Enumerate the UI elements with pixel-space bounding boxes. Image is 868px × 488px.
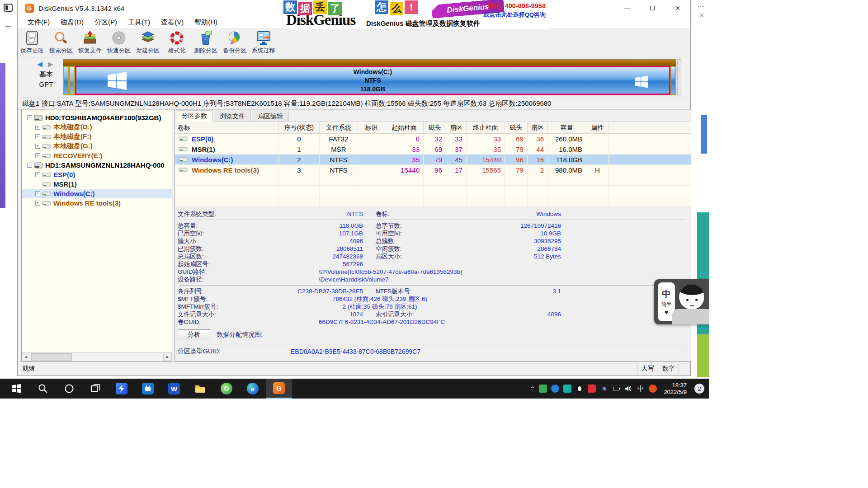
tray-icon-teal[interactable] (563, 385, 571, 393)
toolbar-format-button[interactable]: 格式化 (162, 28, 191, 57)
taskbar-search-button[interactable] (30, 379, 56, 399)
task-view-button[interactable] (82, 379, 108, 399)
table-row-windows-re-tools-3-[interactable]: Windows RE tools(3)3NTFS1544096171556579… (175, 165, 691, 175)
table-row-windows-c-[interactable]: Windows(C:)2NTFS357945154409616118.0GB (175, 155, 691, 165)
menu-item-4[interactable]: 工具(T) (123, 18, 156, 27)
tray-icon-red[interactable] (588, 385, 596, 393)
column-header-6[interactable]: 磁头 (424, 122, 446, 133)
tree-item--g-[interactable]: +本地磁盘(G:) (22, 141, 172, 151)
promo-banner[interactable]: DiskGenius 数据丢了怎么! DiskGenius 致电: 400-00… (282, 0, 547, 29)
scroll-thumb[interactable] (31, 353, 72, 361)
scroll-right-icon[interactable]: ► (163, 353, 172, 361)
collapse-icon[interactable]: - (27, 115, 32, 120)
segment-msr[interactable] (69, 66, 75, 95)
expand-icon[interactable]: + (35, 201, 40, 206)
analyze-button[interactable]: 分析 (178, 329, 210, 340)
tray-ime-mode[interactable]: 中 (637, 385, 645, 393)
volume-name: Windows(C:) (192, 156, 233, 164)
column-header-2[interactable]: 序号(状态) (279, 122, 320, 133)
segment-windows-c[interactable]: Windows(C:) NTFS 118.0GB (75, 66, 670, 95)
column-header-3[interactable]: 文件系统 (320, 122, 358, 133)
tree-item--f-[interactable]: +本地磁盘(F:) (22, 132, 172, 141)
tray-icon-blue[interactable] (551, 385, 559, 393)
expand-icon[interactable]: + (35, 172, 40, 177)
column-header-11[interactable]: 容量 (548, 122, 586, 133)
expand-icon[interactable]: + (35, 191, 40, 196)
menu-item-5[interactable]: 查看(V) (156, 18, 189, 27)
tree-item-hd0-toshibamq04abf100-932gb-[interactable]: -HD0:TOSHIBAMQ04ABF100(932GB) (22, 113, 172, 122)
detail-value: 247482368 (283, 253, 363, 260)
app-edge[interactable]: e (240, 379, 266, 399)
segment-windows-re[interactable] (670, 66, 676, 95)
tree-item-esp-0-[interactable]: +ESP(0) (22, 170, 172, 179)
toolbar-migrate-button[interactable]: 系统迁移 (249, 28, 278, 57)
detail-label: 已用空间: (178, 230, 283, 238)
toolbar-recover-button[interactable]: 恢复文件 (75, 28, 104, 57)
ime-floating-widget[interactable]: 中 简半 ♥ (654, 279, 709, 324)
app-store[interactable] (135, 379, 161, 399)
toolbar-search-button[interactable]: 搜索分区 (47, 28, 75, 57)
tree-item--d-[interactable]: +本地磁盘(D:) (22, 122, 172, 132)
app-word[interactable]: W (161, 379, 187, 399)
scroll-left-icon[interactable]: ◄ (22, 353, 30, 361)
tab-2[interactable]: 浏览文件 (214, 111, 251, 122)
menu-item-6[interactable]: 帮助(H) (189, 18, 223, 27)
tree-item-windows-c-[interactable]: +Windows(C:) (22, 189, 172, 198)
column-header-7[interactable]: 扇区 (446, 122, 467, 133)
tray-icon-orange[interactable] (649, 385, 657, 393)
menu-item-3[interactable]: 分区(P) (89, 18, 123, 27)
app-browser-green[interactable] (213, 379, 240, 399)
collapse-icon[interactable]: - (27, 163, 32, 168)
toolbar-backup-button[interactable]: 备份分区 (220, 28, 249, 57)
tab-3[interactable]: 扇区编辑 (252, 111, 289, 122)
tray-qq-icon[interactable] (576, 385, 584, 393)
column-header-10[interactable]: 扇区 (528, 122, 548, 133)
tree-item-hd1-samsungmznln128hahq-000[interactable]: -HD1:SAMSUNGMZNLN128HAHQ-000 (22, 160, 172, 170)
toolbar-new-button[interactable]: 新建分区 (133, 28, 162, 57)
toolbar-save-button[interactable]: 保存更改 (18, 28, 47, 57)
menu-item-1[interactable]: 文件(F) (22, 18, 55, 27)
tray-snowflake-icon[interactable]: ❄ (600, 385, 608, 393)
tree-horizontal-scrollbar[interactable]: ◄ ► (22, 352, 172, 361)
column-header-1[interactable]: 卷标 (175, 122, 279, 133)
tree-item-msr-1-[interactable]: MSR(1) (22, 179, 172, 189)
app-file-explorer[interactable] (187, 379, 213, 399)
disk-extent-strip[interactable] (63, 60, 676, 66)
cortana-button[interactable] (56, 379, 82, 399)
notification-badge[interactable]: 2 (694, 384, 704, 394)
tab-1[interactable]: 分区参数 (176, 110, 213, 122)
minimize-button[interactable]: — (614, 0, 640, 16)
close-button[interactable]: ✕ (665, 0, 690, 16)
taskbar-clock[interactable]: 18:37 2022/5/9 (664, 382, 687, 395)
table-row-msr-1-[interactable]: MSR(1)1MSR33693735794416.0MB (175, 144, 691, 155)
banner-qq-link[interactable]: 或点击此处选择QQ咨询 (464, 11, 546, 19)
menu-item-2[interactable]: 磁盘(D) (55, 18, 89, 27)
tray-volume-icon[interactable] (624, 385, 632, 393)
delete-icon (198, 30, 214, 46)
toolbar-delete-button[interactable]: 删除分区 (191, 28, 220, 57)
tree-item-recovery-e-[interactable]: +RECOVERY(E:) (22, 151, 172, 160)
expand-icon[interactable]: + (35, 134, 40, 139)
column-header-8[interactable]: 终止柱面 (467, 122, 505, 133)
column-header-12[interactable]: 属性 (586, 122, 609, 133)
table-row-esp-0-[interactable]: ESP(0)0FAT3203233336936260.0MB (175, 134, 691, 144)
column-header-4[interactable]: 标识 (358, 122, 385, 133)
start-button[interactable] (4, 379, 30, 399)
app-lightning[interactable] (108, 379, 135, 399)
column-header-5[interactable]: 起始柱面 (385, 122, 424, 133)
maximize-button[interactable] (640, 0, 665, 16)
table-row-empty (175, 196, 691, 206)
toolbar-quick-button[interactable]: 快速分区 (104, 28, 133, 57)
tree-item-windows-re-tools-3-[interactable]: +Windows RE tools(3) (22, 198, 172, 208)
tray-icon-green[interactable] (539, 385, 547, 393)
prev-disk-icon[interactable]: ◀ (37, 60, 44, 68)
next-disk-icon[interactable]: ▶ (48, 60, 55, 68)
tray-battery-icon[interactable] (612, 385, 620, 393)
segment-esp[interactable] (63, 66, 69, 95)
expand-icon[interactable]: + (35, 125, 40, 130)
tray-expand-icon[interactable]: ⌃ (530, 385, 535, 392)
column-header-9[interactable]: 磁头 (505, 122, 528, 133)
app-diskgenius[interactable]: G (266, 379, 292, 399)
expand-icon[interactable]: + (35, 144, 40, 149)
expand-icon[interactable]: + (35, 153, 40, 158)
